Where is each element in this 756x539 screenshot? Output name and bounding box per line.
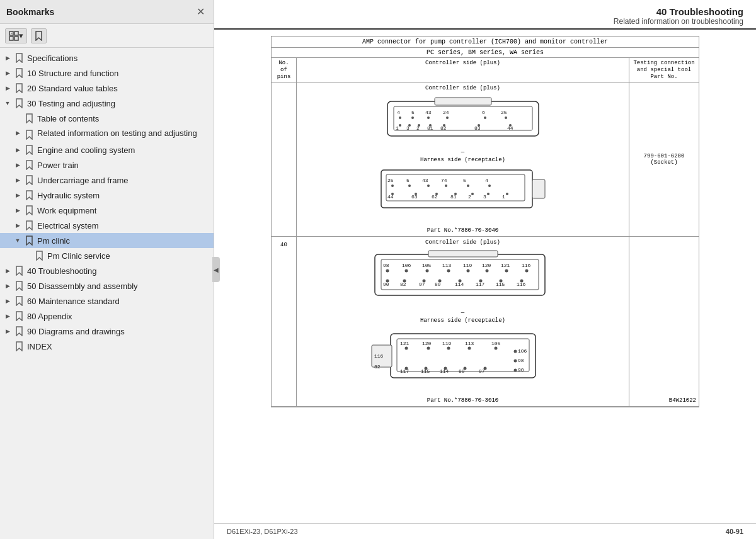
bookmark-icon-hydraulic — [24, 190, 34, 200]
bookmark-icon-troubleshooting — [14, 266, 24, 276]
sidebar-item-maintenance[interactable]: 60 Maintenance standard — [0, 293, 214, 309]
diagram-sub: PC series, BM series, WA series — [272, 48, 699, 58]
chevron-standard — [3, 85, 13, 91]
svg-point-86 — [466, 270, 469, 273]
close-button[interactable]: ✕ — [194, 6, 207, 18]
sidebar-header: Bookmarks ✕ — [0, 0, 214, 24]
section1-num — [272, 82, 297, 236]
svg-point-58 — [435, 193, 438, 195]
svg-rect-63 — [375, 254, 545, 295]
bookmark-icon-structure — [14, 68, 24, 78]
appendix-label: 80 Appendix — [27, 312, 72, 321]
expand-icon — [9, 31, 19, 41]
sidebar-title: Bookmarks — [6, 7, 54, 17]
chevron-toc — [13, 115, 23, 122]
svg-text:116: 116 — [374, 353, 384, 359]
engine-label: Engine and cooling system — [37, 145, 135, 155]
doc-content-area[interactable]: AMP connector for pump controller (ICH70… — [214, 30, 756, 523]
svg-point-128 — [513, 369, 517, 372]
sidebar-item-electrical[interactable]: Electrical system — [0, 218, 214, 233]
sidebar-item-index[interactable]: INDEX — [0, 339, 214, 354]
svg-rect-1 — [14, 31, 18, 35]
svg-point-33 — [509, 124, 512, 127]
section2-code: B4W21022 — [629, 237, 699, 406]
connector-diagram: AMP connector for pump controller (ICH70… — [271, 36, 699, 407]
sidebar-item-structure[interactable]: 10 Structure and function — [0, 65, 214, 81]
diagrams-label: 90 Diagrams and drawings — [27, 327, 125, 336]
doc-page: AMP connector for pump controller (ICH70… — [271, 36, 699, 407]
bookmark-icon-related — [24, 130, 34, 140]
svg-point-119 — [467, 347, 471, 350]
svg-text:116: 116 — [522, 263, 531, 268]
svg-text:113: 113 — [442, 263, 452, 268]
doc-header: 40 Troubleshooting Related information o… — [214, 0, 756, 30]
svg-text:82: 82 — [374, 364, 381, 370]
bookmark-icon-pm-service — [34, 251, 44, 261]
chevron-testing — [3, 100, 13, 106]
svg-text:90: 90 — [518, 367, 524, 373]
sidebar-item-disassembly[interactable]: 50 Disassembly and assembly — [0, 278, 214, 293]
disassembly-label: 50 Disassembly and assembly — [27, 281, 138, 291]
svg-point-117 — [427, 347, 430, 350]
col-hdr-controller: Controller side (plus) — [297, 58, 629, 82]
sidebar-item-related-info[interactable]: Related information on testing and adjus… — [0, 126, 214, 142]
svg-rect-99 — [397, 339, 529, 372]
svg-point-62 — [506, 193, 508, 195]
svg-text:1: 1 — [396, 125, 399, 131]
svg-point-94 — [458, 280, 461, 283]
svg-point-97 — [520, 280, 523, 283]
svg-rect-65 — [428, 251, 498, 257]
chevron-maintenance — [3, 298, 13, 304]
svg-text:5: 5 — [463, 178, 466, 183]
collapse-handle[interactable]: ◀ — [212, 257, 220, 282]
sidebar-item-hydraulic[interactable]: Hydraulic system — [0, 188, 214, 203]
svg-point-22 — [411, 116, 414, 119]
sidebar-item-diagrams[interactable]: 90 Diagrams and drawings — [0, 324, 214, 339]
bookmarks-tree[interactable]: Specifications 10 Structure and function… — [0, 48, 214, 539]
chevron-disassembly — [3, 283, 13, 289]
svg-text:98: 98 — [518, 358, 524, 363]
sidebar-item-troubleshooting[interactable]: 40 Troubleshooting — [0, 263, 214, 278]
sidebar-item-specifications[interactable]: Specifications — [0, 50, 214, 65]
svg-point-83 — [404, 270, 408, 273]
troubleshooting-label: 40 Troubleshooting — [27, 266, 97, 276]
sidebar-item-toc[interactable]: Table of contents — [0, 111, 214, 126]
sidebar-item-appendix[interactable]: 80 Appendix — [0, 309, 214, 324]
sidebar-item-pm-clinic[interactable]: Pm clinic — [0, 233, 214, 248]
sidebar-item-testing[interactable]: 30 Testing and adjusting — [0, 96, 214, 111]
svg-point-125 — [483, 367, 486, 370]
svg-text:119: 119 — [463, 263, 472, 268]
sidebar-item-engine[interactable]: Engine and cooling system — [0, 142, 214, 157]
bookmark-icon-pm-clinic — [24, 235, 34, 246]
part-num-1: Part No.*7880-70-3040 — [299, 227, 626, 234]
bookmark-icon-testing — [14, 98, 24, 108]
sidebar-item-pm-service[interactable]: Pm Clinic service — [0, 248, 214, 263]
svg-point-118 — [447, 347, 450, 350]
svg-point-91 — [403, 280, 406, 283]
maintenance-label: 60 Maintenance standard — [27, 297, 120, 306]
svg-text:121: 121 — [400, 341, 410, 346]
svg-point-52 — [427, 184, 430, 187]
svg-text:4: 4 — [485, 178, 488, 183]
expand-all-button[interactable]: ▾ — [5, 28, 27, 43]
sidebar-item-undercarriage[interactable]: Undercarriage and frame — [0, 173, 214, 188]
chevron-electrical — [13, 222, 23, 229]
svg-point-27 — [399, 124, 401, 127]
bookmark-view-button[interactable] — [31, 28, 47, 43]
svg-point-55 — [488, 184, 491, 187]
sidebar-item-work-equipment[interactable]: Work equipment — [0, 203, 214, 218]
svg-text:74: 74 — [441, 178, 447, 183]
sidebar-item-powertrain[interactable]: Power train — [0, 157, 214, 173]
sidebar-item-standard[interactable]: 20 Standard value tables — [0, 81, 214, 96]
chevron-pm-service — [23, 252, 33, 259]
svg-text:4: 4 — [397, 110, 400, 115]
connector-svg-4: 121 120 119 113 105 106 98 90 116 — [365, 327, 561, 394]
svg-point-54 — [467, 184, 469, 187]
svg-point-56 — [391, 193, 394, 195]
svg-rect-34 — [381, 170, 532, 208]
svg-point-122 — [424, 367, 427, 370]
svg-point-96 — [499, 280, 502, 283]
svg-point-30 — [429, 124, 432, 127]
bookmark-icon-appendix — [14, 311, 24, 321]
electrical-label: Electrical system — [37, 221, 99, 230]
